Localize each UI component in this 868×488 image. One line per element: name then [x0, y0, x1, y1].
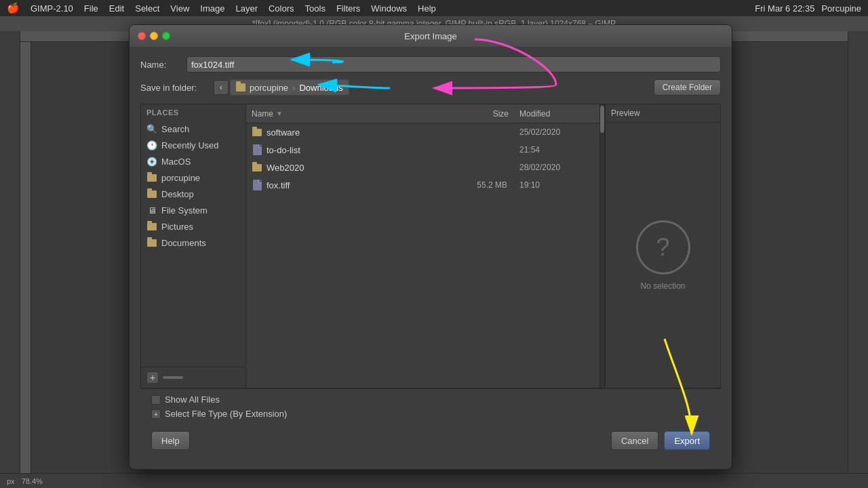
column-size[interactable]: Size — [456, 109, 517, 119]
menu-colors[interactable]: Colors — [269, 3, 294, 14]
scrollbar[interactable] — [599, 104, 605, 388]
apple-menu[interactable]: 🍎 — [7, 2, 20, 14]
menu-edit[interactable]: Edit — [109, 3, 124, 14]
help-button[interactable]: Help — [151, 431, 190, 450]
dialog-buttons: Help Cancel Export — [140, 424, 721, 460]
left-toolbar — [0, 31, 20, 488]
sidebar-item-macos[interactable]: 💿 MacOS — [141, 153, 245, 169]
name-label: Name: — [140, 60, 181, 70]
dialog-body: Name: Save in folder: ‹ porcupine › Down… — [130, 47, 732, 469]
file-row[interactable]: Web2020 28/02/2020 — [246, 159, 599, 176]
menu-image[interactable]: Image — [200, 3, 224, 14]
menu-help[interactable]: Help — [418, 3, 436, 14]
status-zoom: 78.4% — [22, 477, 43, 485]
sidebar-label-search: Search — [161, 124, 189, 134]
sidebar-item-porcupine[interactable]: porcupine — [141, 169, 245, 186]
file-name: to-do-list — [267, 145, 450, 155]
cancel-button[interactable]: Cancel — [611, 431, 658, 450]
sidebar-label-desktop: Desktop — [161, 189, 194, 199]
preview-content: ? No selection — [606, 123, 720, 388]
desktop-folder-icon — [146, 188, 157, 199]
preview-question-mark: ? — [636, 220, 690, 274]
column-name[interactable]: Name ▼ — [252, 109, 453, 119]
sidebar-label-filesystem: File System — [161, 205, 208, 216]
status-unit[interactable]: px — [7, 477, 15, 485]
menu-file[interactable]: File — [84, 3, 98, 14]
menu-layer[interactable]: Layer — [235, 3, 258, 14]
sidebar-item-desktop[interactable]: Desktop — [141, 186, 245, 202]
file-row[interactable]: to-do-list 21:54 — [246, 141, 599, 159]
sidebar-item-file-system[interactable]: 🖥 File System — [141, 202, 245, 218]
file-name: Web2020 — [267, 163, 450, 173]
places-header: Places — [141, 104, 245, 121]
export-button[interactable]: Export — [664, 431, 710, 450]
filesystem-icon: 🖥 — [146, 205, 157, 216]
select-file-type-label: Select File Type (By Extension) — [165, 409, 287, 419]
add-bookmark-button[interactable]: + — [146, 371, 159, 384]
column-modified[interactable]: Modified — [519, 109, 594, 119]
folder-breadcrumb[interactable]: porcupine › Downloads — [230, 79, 349, 96]
menu-tools[interactable]: Tools — [305, 3, 326, 14]
menu-filters[interactable]: Filters — [336, 3, 360, 14]
select-file-type-row[interactable]: + Select File Type (By Extension) — [151, 409, 710, 419]
places-panel: Places 🔍 Search 🕐 Recently Used 💿 MacOS … — [141, 104, 246, 388]
file-header: Name ▼ Size Modified — [246, 104, 599, 123]
bottom-options: Show All Files + Select File Type (By Ex… — [140, 388, 721, 424]
folder-file-icon — [252, 127, 262, 138]
dialog-titlebar: Export Image — [130, 25, 732, 47]
menubar-user: Porcupine — [821, 3, 861, 14]
folder-row: Save in folder: ‹ porcupine › Downloads … — [140, 79, 721, 96]
sort-arrow-icon: ▼ — [276, 110, 283, 117]
create-folder-button[interactable]: Create Folder — [654, 79, 721, 96]
sidebar-item-search[interactable]: 🔍 Search — [141, 121, 245, 137]
file-date: 21:54 — [519, 145, 594, 155]
preview-header: Preview — [606, 104, 720, 123]
sidebar-item-recently-used[interactable]: 🕐 Recently Used — [141, 137, 245, 153]
folder-file-icon — [252, 162, 262, 173]
documents-folder-icon — [146, 237, 157, 248]
preview-panel: Preview ? No selection — [605, 104, 720, 388]
clock-icon: 🕐 — [146, 140, 157, 150]
sidebar-label-recently-used: Recently Used — [161, 140, 219, 150]
tiff-file-icon — [252, 180, 262, 190]
file-date: 28/02/2020 — [519, 163, 594, 172]
doc-file-icon — [252, 144, 262, 155]
show-all-files-label: Show All Files — [165, 394, 220, 405]
breadcrumb-current: Downloads — [299, 83, 342, 93]
show-all-files-checkbox[interactable] — [151, 395, 161, 405]
menu-gimp[interactable]: GIMP-2.10 — [31, 3, 73, 14]
close-button[interactable] — [138, 32, 146, 40]
file-panel: Name ▼ Size Modified software 25/02/2020 — [246, 104, 599, 388]
traffic-lights — [138, 32, 170, 40]
right-dock — [848, 31, 868, 488]
sidebar-item-pictures[interactable]: Pictures — [141, 218, 245, 235]
content-area: Places 🔍 Search 🕐 Recently Used 💿 MacOS … — [140, 104, 721, 388]
breadcrumb-parent: porcupine — [250, 83, 288, 93]
sidebar-label-documents: Documents — [161, 238, 206, 248]
menubar: 🍎 GIMP-2.10 File Edit Select View Image … — [0, 0, 868, 16]
sidebar-label-porcupine: porcupine — [161, 173, 200, 183]
remove-bookmark-button[interactable] — [163, 376, 183, 379]
no-selection-label: No selection — [640, 281, 685, 291]
menu-select[interactable]: Select — [135, 3, 159, 14]
show-all-files-row[interactable]: Show All Files — [151, 394, 710, 405]
folder-back-button[interactable]: ‹ — [214, 80, 229, 95]
scroll-thumb[interactable] — [600, 106, 604, 133]
sidebar-item-documents[interactable]: Documents — [141, 235, 245, 251]
dialog-title: Export Image — [404, 31, 456, 41]
minimize-button[interactable] — [150, 32, 158, 40]
file-row[interactable]: software 25/02/2020 — [246, 123, 599, 141]
search-icon: 🔍 — [146, 123, 157, 134]
file-row[interactable]: fox.tiff 55.2 MB 19:10 — [246, 176, 599, 194]
expander-icon[interactable]: + — [151, 409, 161, 419]
file-size: 55.2 MB — [454, 180, 515, 190]
filename-input[interactable] — [186, 56, 721, 73]
file-list: software 25/02/2020 to-do-list 21:54 Web… — [246, 123, 599, 388]
pictures-folder-icon — [146, 221, 157, 232]
maximize-button[interactable] — [162, 32, 170, 40]
file-name: software — [267, 127, 450, 138]
menu-view[interactable]: View — [170, 3, 189, 14]
folder-icon — [236, 83, 245, 92]
menu-windows[interactable]: Windows — [371, 3, 407, 14]
folder-path: ‹ porcupine › Downloads — [214, 79, 349, 96]
